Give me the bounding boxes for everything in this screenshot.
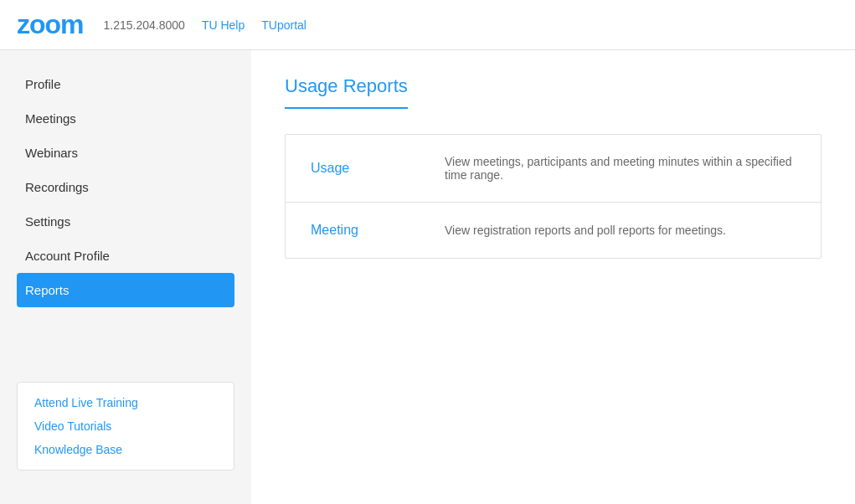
meeting-report-description: View registration reports and poll repor…	[445, 224, 726, 237]
layout: Profile Meetings Webinars Recordings Set…	[0, 50, 855, 504]
meeting-report-item[interactable]: Meeting View registration reports and po…	[286, 203, 821, 258]
sidebar-item-recordings[interactable]: Recordings	[0, 170, 251, 204]
video-tutorials-link[interactable]: Video Tutorials	[34, 419, 217, 433]
report-list: Usage View meetings, participants and me…	[285, 134, 822, 259]
header: zoom 1.215.204.8000 TU Help TUportal	[0, 0, 855, 50]
header-links: TU Help TUportal	[202, 18, 306, 32]
sidebar-resources-box: Attend Live Training Video Tutorials Kno…	[17, 382, 234, 471]
attend-live-training-link[interactable]: Attend Live Training	[34, 396, 217, 409]
sidebar-item-profile[interactable]: Profile	[0, 67, 251, 101]
tuportal-link[interactable]: TUportal	[261, 18, 306, 32]
sidebar-item-meetings[interactable]: Meetings	[0, 101, 251, 136]
page-title: Usage Reports	[285, 75, 408, 109]
sidebar-item-account-profile[interactable]: Account Profile	[0, 239, 251, 273]
sidebar-item-webinars[interactable]: Webinars	[0, 136, 251, 170]
main-content: Usage Reports Usage View meetings, parti…	[251, 50, 855, 504]
knowledge-base-link[interactable]: Knowledge Base	[34, 443, 217, 456]
logo: zoom	[17, 9, 84, 40]
sidebar-item-settings[interactable]: Settings	[0, 204, 251, 239]
sidebar: Profile Meetings Webinars Recordings Set…	[0, 50, 251, 504]
usage-report-name: Usage	[311, 161, 445, 176]
usage-report-description: View meetings, participants and meeting …	[445, 155, 796, 182]
sidebar-item-reports[interactable]: Reports	[17, 273, 234, 307]
tu-help-link[interactable]: TU Help	[202, 18, 245, 32]
meeting-report-name: Meeting	[311, 223, 445, 238]
usage-report-item[interactable]: Usage View meetings, participants and me…	[286, 135, 821, 203]
sidebar-nav: Profile Meetings Webinars Recordings Set…	[0, 67, 251, 365]
phone-number: 1.215.204.8000	[104, 18, 185, 32]
